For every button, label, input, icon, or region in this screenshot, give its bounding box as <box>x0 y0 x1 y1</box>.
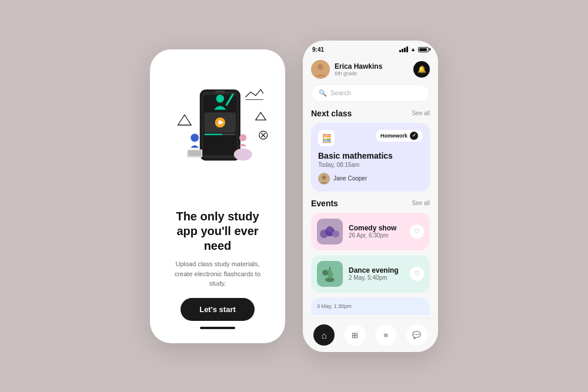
svg-marker-10 <box>178 115 191 125</box>
svg-point-17 <box>191 133 199 142</box>
svg-marker-11 <box>256 112 266 120</box>
lets-start-button[interactable]: Let's start <box>181 298 255 321</box>
bottom-nav: ⌂ ⊞ ≡ 💬 <box>303 318 438 352</box>
svg-point-20 <box>239 134 246 141</box>
teacher-avatar <box>318 173 330 185</box>
teacher-info: Jane Cooper <box>318 173 423 185</box>
avatar <box>311 60 330 79</box>
battery-icon <box>418 47 429 52</box>
next-class-title: Next class <box>311 109 352 118</box>
check-icon: ✓ <box>410 132 418 140</box>
nav-chat-button[interactable]: 💬 <box>406 324 427 346</box>
search-icon: 🔍 <box>319 89 327 97</box>
event-info-1: Comedy show 26 Apr, 6:30pm <box>349 224 404 239</box>
svg-point-25 <box>322 175 326 179</box>
illustration <box>162 61 273 210</box>
partial-event-date: 3 May, 1:30pm <box>317 303 352 309</box>
svg-point-23 <box>318 64 323 70</box>
svg-rect-2 <box>215 91 225 93</box>
phone-content: Erica Hawkins 6th grade 🔔 🔍 Search Next … <box>303 55 438 318</box>
heart-button-2[interactable]: ♡ <box>410 267 424 281</box>
chat-nav-icon: 💬 <box>412 331 421 339</box>
event-date-1: 26 Apr, 6:30pm <box>349 232 404 239</box>
calculator-icon: 🧮 <box>318 130 335 146</box>
event-info-2: Dance evening 2 May, 5:40pm <box>349 266 404 281</box>
sub-heading: Upload class study materials, create ele… <box>168 259 268 289</box>
class-card-top: 🧮 Homework ✓ <box>318 130 423 146</box>
nav-menu-button[interactable]: ≡ <box>375 324 396 346</box>
nav-grid-button[interactable]: ⊞ <box>345 324 366 346</box>
event-card-1[interactable]: Comedy show 26 Apr, 6:30pm ♡ <box>311 213 430 250</box>
svg-point-21 <box>234 148 252 160</box>
svg-rect-8 <box>205 133 222 135</box>
svg-point-35 <box>322 270 328 276</box>
events-header: Events See all <box>303 199 438 213</box>
search-bar[interactable]: 🔍 Search <box>311 85 430 102</box>
status-bar: 9:41 ▲ <box>303 41 438 55</box>
homework-label: Homework <box>380 133 407 139</box>
user-name: Erica Hawkins <box>335 62 382 71</box>
event-thumb-1 <box>317 219 343 244</box>
left-phone: The only study app you'll ever need Uplo… <box>150 49 285 343</box>
bell-icon: 🔔 <box>417 65 426 73</box>
user-details: Erica Hawkins 6th grade <box>335 62 382 76</box>
event-card-2[interactable]: Dance evening 2 May, 5:40pm ♡ <box>311 255 430 293</box>
home-nav-icon: ⌂ <box>322 330 327 340</box>
heart-button-1[interactable]: ♡ <box>410 225 424 239</box>
events-see-all[interactable]: See all <box>412 200 430 206</box>
user-info: Erica Hawkins 6th grade <box>311 60 382 79</box>
events-title: Events <box>311 199 338 208</box>
svg-point-30 <box>327 226 333 232</box>
svg-rect-19 <box>188 150 201 156</box>
svg-point-29 <box>332 230 339 237</box>
class-time: Today, 08:15am <box>318 162 423 168</box>
class-card[interactable]: 🧮 Homework ✓ Basic mathematics Today, 08… <box>311 123 430 192</box>
events-section: Events See all Comedy show 26 Apr, 6 <box>303 199 438 315</box>
next-class-header: Next class See all <box>303 109 438 123</box>
main-heading: The only study app you'll ever need <box>168 209 268 253</box>
signal-icon <box>399 46 408 52</box>
status-time: 9:41 <box>312 46 324 53</box>
right-phone: 9:41 ▲ <box>303 41 438 352</box>
event-name-1: Comedy show <box>349 224 404 232</box>
user-grade: 6th grade <box>335 71 382 76</box>
event-card-3-partial: 3 May, 1:30pm <box>311 297 430 315</box>
grid-nav-icon: ⊞ <box>352 331 358 340</box>
left-text-section: The only study app you'll ever need Uplo… <box>162 209 273 289</box>
next-class-see-all[interactable]: See all <box>412 110 430 116</box>
svg-point-15 <box>216 95 224 103</box>
search-placeholder: Search <box>330 89 351 96</box>
event-thumb-2 <box>317 261 343 287</box>
event-name-2: Dance evening <box>349 266 404 274</box>
event-date-2: 2 May, 5:40pm <box>349 274 404 281</box>
user-header: Erica Hawkins 6th grade 🔔 <box>303 55 438 85</box>
homework-badge: Homework ✓ <box>376 130 423 142</box>
home-indicator <box>200 327 235 329</box>
teacher-name: Jane Cooper <box>333 175 367 182</box>
nav-home-button[interactable]: ⌂ <box>313 324 335 346</box>
notification-bell-button[interactable]: 🔔 <box>413 61 430 78</box>
status-icons: ▲ <box>399 46 429 52</box>
wifi-icon: ▲ <box>410 46 416 52</box>
menu-nav-icon: ≡ <box>383 331 388 340</box>
class-name: Basic mathematics <box>318 151 423 160</box>
